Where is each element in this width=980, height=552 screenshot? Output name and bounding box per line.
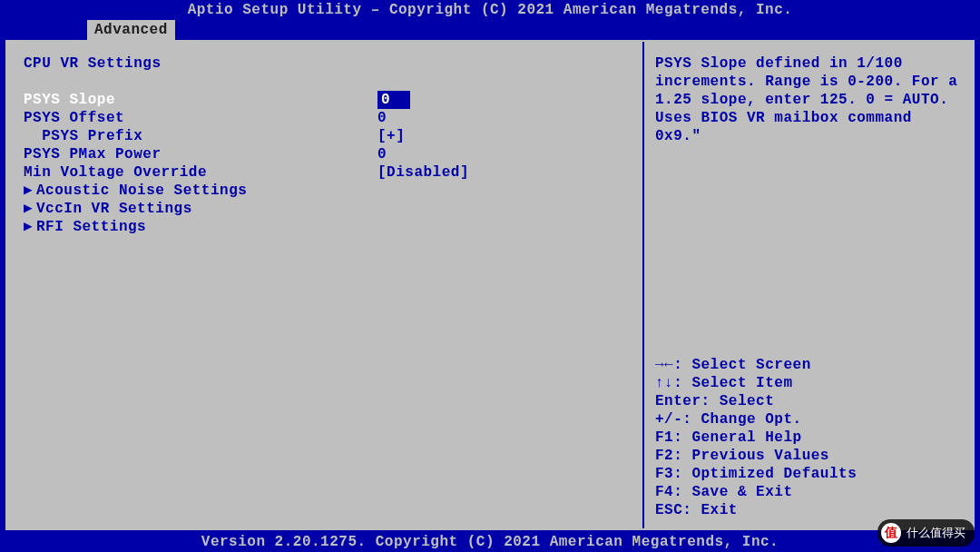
option-psys-offset[interactable]: PSYS Offset 0 — [24, 109, 633, 127]
watermark-badge-icon: 值 — [881, 523, 901, 543]
key-hints: →←: Select Screen ↑↓: Select Item Enter:… — [655, 356, 960, 519]
bios-screen: Aptio Setup Utility – Copyright (C) 2021… — [0, 0, 980, 552]
triangle-icon: ▶ — [24, 182, 36, 200]
option-psys-prefix[interactable]: PSYS Prefix [+] — [24, 127, 633, 145]
option-label: PSYS Prefix — [24, 127, 377, 145]
option-value: [Disabled] — [377, 163, 469, 182]
key-hint: F1: General Help — [655, 429, 960, 447]
option-value: 0 — [377, 109, 387, 127]
option-value: [+] — [377, 127, 405, 145]
option-psys-pmax[interactable]: PSYS PMax Power 0 — [24, 145, 633, 163]
title-text: Aptio Setup Utility – Copyright (C) 2021… — [188, 2, 793, 18]
key-hint: +/-: Change Opt. — [655, 410, 960, 429]
section-title: CPU VR Settings — [24, 54, 633, 73]
help-text: PSYS Slope defined in 1/100 increments. … — [655, 54, 960, 145]
help-panel: PSYS Slope defined in 1/100 increments. … — [642, 42, 969, 528]
submenu-vccin-vr[interactable]: ▶ VccIn VR Settings — [24, 200, 633, 218]
watermark: 值 什么值得买 — [877, 519, 975, 547]
submenu-rfi[interactable]: ▶ RFI Settings — [24, 218, 633, 236]
option-label: Min Voltage Override — [24, 163, 377, 182]
footer-text: Version 2.20.1275. Copyright (C) 2021 Am… — [201, 534, 779, 550]
submenu-label: RFI Settings — [36, 218, 146, 236]
option-label: PSYS PMax Power — [24, 145, 377, 163]
tab-advanced[interactable]: Advanced — [87, 20, 175, 40]
submenu-label: Acoustic Noise Settings — [36, 182, 247, 200]
triangle-icon: ▶ — [24, 218, 36, 236]
title-bar: Aptio Setup Utility – Copyright (C) 2021… — [0, 0, 980, 20]
main-panel: CPU VR Settings PSYS Slope 0 PSYS Offset… — [7, 42, 642, 528]
triangle-icon: ▶ — [24, 200, 36, 218]
option-min-voltage-override[interactable]: Min Voltage Override [Disabled] — [24, 163, 633, 182]
submenu-label: VccIn VR Settings — [36, 200, 192, 218]
key-hint: ↑↓: Select Item — [655, 374, 960, 392]
option-label: PSYS Offset — [24, 109, 377, 127]
footer-bar: Version 2.20.1275. Copyright (C) 2021 Am… — [0, 532, 980, 552]
key-hint: →←: Select Screen — [655, 356, 960, 374]
key-hint: ESC: Exit — [655, 501, 960, 519]
content-frame: CPU VR Settings PSYS Slope 0 PSYS Offset… — [5, 40, 975, 530]
key-hint: Enter: Select — [655, 392, 960, 410]
option-value: 0 — [377, 145, 387, 163]
option-psys-slope[interactable]: PSYS Slope 0 — [24, 91, 633, 109]
key-hint: F2: Previous Values — [655, 447, 960, 465]
watermark-text: 什么值得买 — [906, 525, 965, 541]
key-hint: F4: Save & Exit — [655, 483, 960, 501]
submenu-acoustic-noise[interactable]: ▶ Acoustic Noise Settings — [24, 182, 633, 200]
option-label: PSYS Slope — [24, 91, 377, 109]
option-value: 0 — [377, 91, 410, 109]
tab-bar: Advanced — [0, 20, 980, 40]
key-hint: F3: Optimized Defaults — [655, 465, 960, 483]
